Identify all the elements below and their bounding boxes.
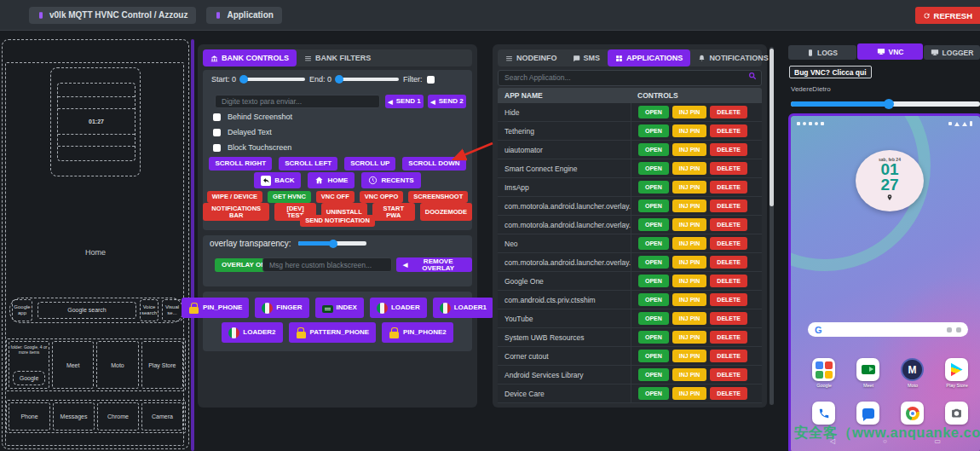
action-button[interactable]: VNC OFF [316,191,355,203]
inj-pin-button[interactable]: INJ PIN [672,162,707,175]
open-button[interactable]: OPEN [638,312,669,325]
inject-button[interactable]: PATTERN_PHONE [289,322,377,343]
play-store-app-icon[interactable] [945,358,968,381]
open-button[interactable]: OPEN [638,162,669,175]
open-button[interactable]: OPEN [638,124,669,137]
messages-app-icon[interactable] [856,402,879,425]
inject-button[interactable]: LOADER1 [433,298,493,318]
meet-app-icon[interactable] [856,358,879,381]
vedere-dietro-slider[interactable] [791,101,980,107]
google-search-bar[interactable]: G [808,322,968,337]
delete-button[interactable]: DELETE [710,199,747,212]
wireframe-app-cell[interactable]: Moto [96,341,138,389]
tab-nodeinfo[interactable]: NODEINFO [498,49,565,66]
delete-button[interactable]: DELETE [710,162,747,175]
moto-app-icon[interactable]: M [901,358,924,381]
inject-button[interactable]: LOADER2 [222,322,282,343]
wireframe-visual-search[interactable]: Visual se... [162,299,182,321]
back-button[interactable]: BACK [254,172,301,188]
inj-pin-button[interactable]: INJ PIN [672,237,707,250]
tab-notifications[interactable]: NOTIFICATIONS [690,49,775,66]
inj-pin-button[interactable]: INJ PIN [672,331,707,344]
inject-button[interactable]: PIN_PHONE2 [382,322,453,343]
delete-button[interactable]: DELETE [710,256,747,269]
scrollbar-divider[interactable] [191,39,194,451]
delete-button[interactable]: DELETE [710,181,747,194]
scroll-button[interactable]: SCROLL UP [344,157,395,171]
wireframe-app-cell[interactable]: Meet [52,341,94,389]
search-input[interactable] [498,70,762,86]
lens-icon[interactable] [956,327,961,332]
checkbox[interactable] [213,144,221,152]
open-button[interactable]: OPEN [638,368,669,381]
inj-pin-button[interactable]: INJ PIN [672,368,707,381]
wireframe-voice-search[interactable]: Voice search [140,299,159,321]
delete-button[interactable]: DELETE [710,387,747,400]
open-button[interactable]: OPEN [638,143,669,156]
vnc-phone-view[interactable]: sab, feb 24 01 27 G M Google Meet Moto [788,113,980,451]
send2-button[interactable]: ◀ SEND 2 [428,95,466,108]
inject-button[interactable]: PIN_PHONE [182,298,249,318]
remove-overlay-button[interactable]: ◀ REMOVE OVERLAY [396,257,472,272]
refresh-button[interactable]: REFRESH [915,7,980,24]
inj-pin-button[interactable]: INJ PIN [672,143,707,156]
filter-checkbox[interactable] [427,76,435,84]
action-button[interactable]: GET HVNC [268,191,311,203]
inject-button[interactable]: FINGER [255,298,308,318]
wireframe-app-cell[interactable]: Camera [141,402,183,431]
open-button[interactable]: OPEN [638,199,669,212]
open-button[interactable]: OPEN [638,293,669,306]
inj-pin-button[interactable]: INJ PIN [672,350,707,362]
checkbox[interactable] [213,129,221,136]
delete-button[interactable]: DELETE [710,143,747,156]
action-button[interactable]: VNC OPPO [360,191,404,203]
inject-button[interactable]: INDEX [315,298,364,318]
wireframe-google-app[interactable]: Google app [12,299,32,321]
wireframe-app-cell[interactable]: Phone [9,402,50,431]
checkbox[interactable] [213,113,221,121]
wireframe-folder-google[interactable]: Google [13,371,45,385]
delete-button[interactable]: DELETE [710,293,747,306]
send1-button[interactable]: ◀ SEND 1 [385,95,424,108]
delete-button[interactable]: DELETE [710,124,747,137]
action-button[interactable]: SCREENSHOOT [408,191,468,203]
wireframe-google-search[interactable]: Google search [37,302,136,319]
open-button[interactable]: OPEN [638,106,669,119]
phone-app-icon[interactable] [812,402,835,425]
delete-button[interactable]: DELETE [710,331,747,344]
tab-vnc[interactable]: VNC [857,43,923,60]
open-button[interactable]: OPEN [638,256,669,269]
tab-applications[interactable]: APPLICATIONS [608,49,690,66]
end-slider[interactable] [336,78,399,81]
scroll-button[interactable]: SCROLL RIGHT [209,157,272,171]
phone-screen[interactable]: sab, feb 24 01 27 G M Google Meet Moto [791,116,980,451]
wireframe-app-cell[interactable]: Chrome [97,402,139,431]
recents-button[interactable]: RECENTS [361,172,420,188]
delete-button[interactable]: DELETE [710,218,747,231]
open-button[interactable]: OPEN [638,331,669,344]
inject-button[interactable]: LOADER [370,298,427,318]
wireframe-folder-cell[interactable]: folder: Google, 4 or more items Google [9,341,49,389]
inj-pin-button[interactable]: INJ PIN [672,106,707,119]
window-tab-main[interactable]: v0lk MQTT HVNC Control / Azzouz [29,7,196,24]
inj-pin-button[interactable]: INJ PIN [672,218,707,231]
delete-button[interactable]: DELETE [710,237,747,250]
inj-pin-button[interactable]: INJ PIN [672,293,707,306]
overlay-transparency-slider[interactable] [298,241,366,246]
window-tab-application[interactable]: Application [206,7,281,24]
open-button[interactable]: OPEN [638,237,669,250]
open-button[interactable]: OPEN [638,275,669,287]
apps-scrollbar-thumb[interactable] [770,49,774,206]
search-icon[interactable] [748,72,757,80]
send-notification-button[interactable]: SEND NOTIFICATION [300,215,375,227]
overlay-message-input[interactable] [262,257,392,272]
home-button[interactable]: HOME [308,172,355,188]
inj-pin-button[interactable]: INJ PIN [672,275,707,287]
mic-icon[interactable] [947,327,952,332]
delete-button[interactable]: DELETE [710,350,747,362]
open-button[interactable]: OPEN [638,350,669,362]
tab-bank-controls[interactable]: BANK CONTROLS [203,49,297,66]
delete-button[interactable]: DELETE [710,275,747,287]
google-folder-icon[interactable] [812,358,835,381]
start-slider[interactable] [240,78,305,81]
